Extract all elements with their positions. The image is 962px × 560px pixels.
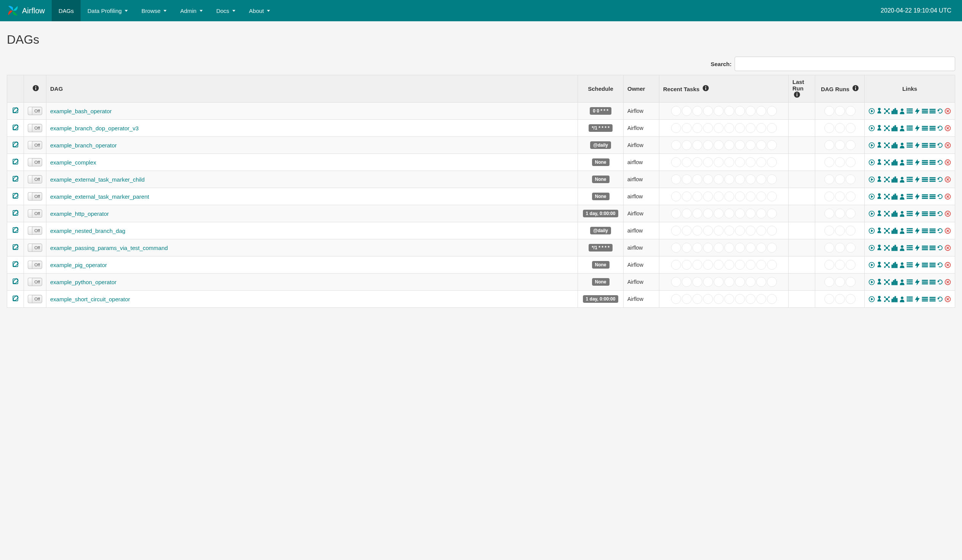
delete-icon[interactable]: [944, 262, 951, 268]
duration-icon[interactable]: [891, 296, 898, 303]
task-status-circle[interactable]: [692, 106, 702, 116]
dag-link[interactable]: example_branch_dop_operator_v3: [50, 125, 139, 132]
play-icon[interactable]: [868, 211, 875, 217]
schedule-badge[interactable]: None: [592, 261, 610, 269]
task-status-circle[interactable]: [746, 174, 755, 184]
delete-icon[interactable]: [944, 211, 951, 217]
refresh-icon[interactable]: [937, 142, 943, 148]
landing-icon[interactable]: [907, 296, 913, 303]
tree-icon[interactable]: [876, 211, 883, 217]
nav-item-dags[interactable]: DAGs: [52, 0, 81, 21]
task-status-circle[interactable]: [714, 260, 723, 270]
task-status-circle[interactable]: [682, 157, 692, 167]
task-status-circle[interactable]: [692, 260, 702, 270]
task-status-circle[interactable]: [767, 123, 777, 133]
task-status-circle[interactable]: [692, 140, 702, 150]
play-icon[interactable]: [868, 228, 875, 234]
task-status-circle[interactable]: [724, 106, 734, 116]
tries-icon[interactable]: [899, 228, 906, 234]
dag-run-circle[interactable]: [846, 226, 855, 235]
task-status-circle[interactable]: [756, 140, 766, 150]
task-status-circle[interactable]: [724, 226, 734, 235]
task-status-circle[interactable]: [767, 226, 777, 235]
task-status-circle[interactable]: [767, 243, 777, 253]
code-icon[interactable]: [922, 279, 928, 285]
gantt-icon[interactable]: [914, 125, 920, 132]
task-status-circle[interactable]: [703, 174, 713, 184]
task-status-circle[interactable]: [724, 157, 734, 167]
graph-icon[interactable]: [884, 159, 890, 166]
delete-icon[interactable]: [944, 125, 951, 132]
task-status-circle[interactable]: [746, 209, 755, 219]
refresh-icon[interactable]: [937, 193, 943, 200]
tries-icon[interactable]: [899, 279, 906, 285]
task-status-circle[interactable]: [714, 106, 723, 116]
graph-icon[interactable]: [884, 245, 890, 251]
tries-icon[interactable]: [899, 193, 906, 200]
task-status-circle[interactable]: [735, 209, 745, 219]
task-status-circle[interactable]: [714, 294, 723, 304]
code-icon[interactable]: [922, 176, 928, 183]
dag-run-circle[interactable]: [846, 123, 855, 133]
duration-icon[interactable]: [891, 245, 898, 251]
graph-icon[interactable]: [884, 176, 890, 183]
gantt-icon[interactable]: [914, 211, 920, 217]
task-status-circle[interactable]: [682, 260, 692, 270]
tree-icon[interactable]: [876, 142, 883, 148]
edit-icon[interactable]: [12, 143, 19, 149]
task-status-circle[interactable]: [682, 123, 692, 133]
nav-item-data-profiling[interactable]: Data Profiling: [81, 0, 135, 21]
info-icon[interactable]: [852, 85, 859, 91]
landing-icon[interactable]: [907, 142, 913, 148]
task-status-circle[interactable]: [703, 243, 713, 253]
dag-run-circle[interactable]: [846, 260, 855, 270]
task-status-circle[interactable]: [735, 226, 745, 235]
task-status-circle[interactable]: [724, 243, 734, 253]
tree-icon[interactable]: [876, 176, 883, 183]
pause-toggle[interactable]: Off: [28, 107, 42, 115]
logs-icon[interactable]: [929, 159, 936, 166]
play-icon[interactable]: [868, 193, 875, 200]
dag-run-circle[interactable]: [846, 157, 855, 167]
refresh-icon[interactable]: [937, 296, 943, 303]
tries-icon[interactable]: [899, 108, 906, 114]
task-status-circle[interactable]: [703, 294, 713, 304]
task-status-circle[interactable]: [746, 294, 755, 304]
task-status-circle[interactable]: [671, 243, 681, 253]
col-last-run-header[interactable]: Last Run: [789, 75, 815, 103]
task-status-circle[interactable]: [767, 209, 777, 219]
pause-toggle[interactable]: Off: [28, 209, 42, 218]
dag-run-circle[interactable]: [835, 140, 845, 150]
dag-run-circle[interactable]: [835, 277, 845, 287]
pause-toggle[interactable]: Off: [28, 227, 42, 235]
dag-run-circle[interactable]: [835, 191, 845, 201]
logs-icon[interactable]: [929, 193, 936, 200]
task-status-circle[interactable]: [767, 260, 777, 270]
pause-toggle[interactable]: Off: [28, 141, 42, 149]
task-status-circle[interactable]: [756, 260, 766, 270]
task-status-circle[interactable]: [735, 243, 745, 253]
delete-icon[interactable]: [944, 193, 951, 200]
task-status-circle[interactable]: [767, 157, 777, 167]
landing-icon[interactable]: [907, 262, 913, 268]
dag-run-circle[interactable]: [824, 226, 834, 235]
task-status-circle[interactable]: [671, 226, 681, 235]
graph-icon[interactable]: [884, 125, 890, 132]
dag-run-circle[interactable]: [824, 106, 834, 116]
task-status-circle[interactable]: [746, 191, 755, 201]
task-status-circle[interactable]: [692, 294, 702, 304]
tree-icon[interactable]: [876, 279, 883, 285]
task-status-circle[interactable]: [714, 243, 723, 253]
task-status-circle[interactable]: [735, 140, 745, 150]
task-status-circle[interactable]: [714, 277, 723, 287]
play-icon[interactable]: [868, 245, 875, 251]
dag-run-circle[interactable]: [835, 174, 845, 184]
logs-icon[interactable]: [929, 108, 936, 114]
refresh-icon[interactable]: [937, 159, 943, 166]
info-icon[interactable]: [703, 85, 709, 91]
duration-icon[interactable]: [891, 125, 898, 132]
edit-icon[interactable]: [12, 262, 19, 269]
refresh-icon[interactable]: [937, 211, 943, 217]
refresh-icon[interactable]: [937, 125, 943, 132]
task-status-circle[interactable]: [746, 123, 755, 133]
